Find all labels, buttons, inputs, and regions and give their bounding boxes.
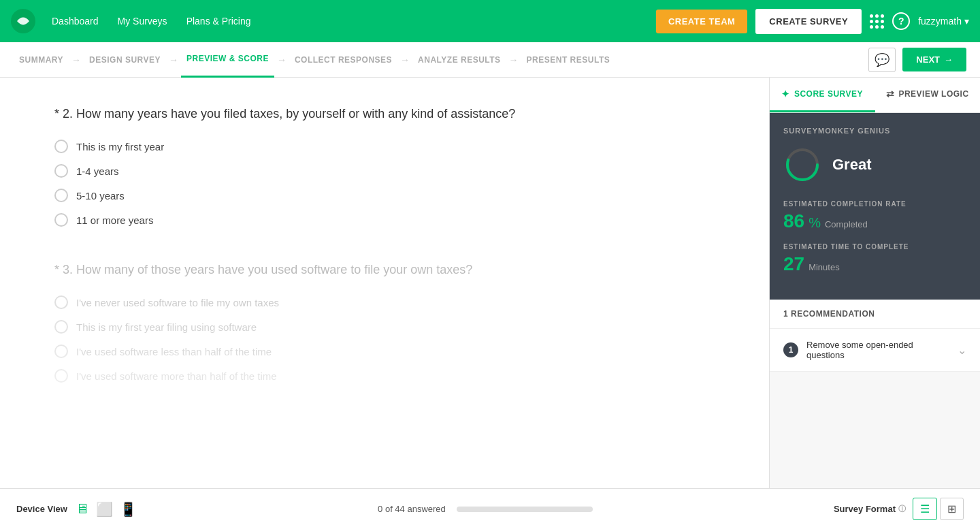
help-icon[interactable]: ? [892,12,910,30]
completion-rate-percent: % [808,215,821,231]
format-label: Survey Format ⓘ [834,504,906,514]
option-2-1-label: This is my first year [76,141,164,153]
right-panel: ✦ SCORE SURVEY ⇄ PREVIEW LOGIC SURVEYMON… [769,78,980,488]
nav-my-surveys[interactable]: My Surveys [118,16,167,27]
option-3-3-label: I've used software less than half of the… [76,346,272,357]
rec-item-1[interactable]: 1 Remove some open-ended questions ⌄ [770,329,980,372]
step-arrow-3: → [277,54,287,65]
option-3-1-label: I've never used software to file my own … [76,297,279,308]
next-arrow-icon: → [944,54,953,65]
bottom-bar: Device View 🖥 ⬜ 📱 0 of 44 answered Surve… [0,488,980,529]
radio-2-2[interactable] [54,164,68,178]
radio-2-1[interactable] [54,140,68,153]
time-value: 27 Minutes [783,253,966,275]
nav-dashboard[interactable]: Dashboard [52,16,99,27]
option-3-2-label: This is my first year filing using softw… [76,321,257,333]
user-dropdown-icon: ▾ [964,16,969,27]
completion-rate-block: ESTIMATED COMPLETION RATE 86 % Completed [783,200,966,232]
completion-rate-title: ESTIMATED COMPLETION RATE [783,200,966,208]
survey-content: * 2. How many years have you filed taxes… [0,78,769,488]
step-arrow-5: → [509,54,519,65]
step-arrow-1: → [71,54,81,65]
tab-score-survey[interactable]: ✦ SCORE SURVEY [770,78,875,112]
progress-section: 0 of 44 answered [137,504,834,514]
time-number: 27 [783,253,804,275]
option-3-1: I've never used software to file my own … [54,295,715,309]
option-3-2: This is my first year filing using softw… [54,320,715,334]
top-nav: Dashboard My Surveys Plans & Pricing CRE… [0,0,980,42]
mobile-icon[interactable]: 📱 [120,501,137,517]
rec-text-1: Remove some open-ended questions [806,340,949,360]
radio-3-3 [54,344,68,358]
step-collect-responses[interactable]: COLLECT RESPONSES [289,55,397,65]
option-3-3: I've used software less than half of the… [54,344,715,358]
next-label: NEXT [916,54,940,65]
step-analyze-results[interactable]: ANALYZE RESULTS [412,55,506,65]
option-2-4-label: 11 or more years [76,214,153,226]
survey-format: Survey Format ⓘ ☰ ⊞ [834,498,964,520]
genius-circle-svg [783,146,821,184]
rec-number-1: 1 [783,342,798,357]
question-2-block: * 2. How many years have you filed taxes… [54,105,715,227]
progress-bar-track [457,507,593,512]
step-nav: SUMMARY → DESIGN SURVEY → PREVIEW & SCOR… [0,42,980,78]
step-arrow-4: → [400,54,410,65]
device-view-label: Device View [16,504,67,514]
time-block: ESTIMATED TIME TO COMPLETE 27 Minutes [783,243,966,275]
progress-text: 0 of 44 answered [378,504,446,514]
tab-preview-logic[interactable]: ⇄ PREVIEW LOGIC [875,78,981,112]
logo[interactable] [11,9,35,33]
comment-button[interactable]: 💬 [868,48,896,72]
main-area: * 2. How many years have you filed taxes… [0,78,980,488]
question-2-text: * 2. How many years have you filed taxes… [54,105,715,123]
logic-icon: ⇄ [886,89,895,99]
nav-plans-pricing[interactable]: Plans & Pricing [186,16,251,27]
genius-circle-container [783,146,821,184]
question-3-block: * 3. How many of those years have you us… [54,261,715,383]
genius-score-label: Great [832,156,871,174]
completion-rate-number: 86 [783,210,804,232]
tablet-icon[interactable]: ⬜ [96,501,113,517]
step-list: SUMMARY → DESIGN SURVEY → PREVIEW & SCOR… [14,42,868,78]
option-2-4[interactable]: 11 or more years [54,213,715,227]
desktop-icon[interactable]: 🖥 [76,501,89,517]
rec-expand-icon[interactable]: ⌄ [958,344,966,357]
step-design-survey[interactable]: DESIGN SURVEY [84,55,166,65]
step-nav-right: 💬 NEXT → [868,48,966,72]
radio-3-2 [54,320,68,334]
username-label: fuzzymath [918,16,962,27]
next-button[interactable]: NEXT → [902,48,966,71]
format-label-text: Survey Format [834,504,896,514]
radio-2-4[interactable] [54,213,68,227]
rec-header: 1 RECOMMENDATION [770,300,980,329]
radio-3-1 [54,295,68,309]
step-arrow-2: → [169,54,178,65]
score-icon: ✦ [781,89,790,99]
option-2-2[interactable]: 1-4 years [54,164,715,178]
time-unit: Minutes [808,262,840,272]
option-2-1[interactable]: This is my first year [54,140,715,153]
nav-links: Dashboard My Surveys Plans & Pricing [52,16,656,27]
format-classic-button[interactable]: ☰ [913,498,937,520]
option-3-4-label: I've used software more than half of the… [76,370,277,382]
create-team-button[interactable]: CREATE TEAM [656,10,747,33]
panel-tabs: ✦ SCORE SURVEY ⇄ PREVIEW LOGIC [770,78,980,113]
nav-right: CREATE TEAM CREATE SURVEY ? fuzzymath ▾ [656,9,969,34]
option-2-3-label: 5-10 years [76,190,125,202]
create-survey-button[interactable]: CREATE SURVEY [755,9,862,34]
step-preview-score[interactable]: PREVIEW & SCORE [181,42,274,78]
format-help-icon[interactable]: ⓘ [898,504,906,514]
radio-2-3[interactable] [54,189,68,202]
option-2-3[interactable]: 5-10 years [54,189,715,202]
genius-score: Great [783,146,966,184]
completion-rate-label: Completed [825,219,868,229]
user-menu[interactable]: fuzzymath ▾ [918,16,969,27]
tab-score-label: SCORE SURVEY [794,89,863,99]
format-buttons: ☰ ⊞ [913,498,964,520]
format-one-at-a-time-button[interactable]: ⊞ [940,498,964,520]
apps-icon[interactable] [870,14,884,29]
question-3-text: * 3. How many of those years have you us… [54,261,715,279]
step-summary[interactable]: SUMMARY [14,55,69,65]
step-present-results[interactable]: PRESENT RESULTS [521,55,616,65]
recommendation-section: 1 RECOMMENDATION 1 Remove some open-ende… [770,300,980,488]
